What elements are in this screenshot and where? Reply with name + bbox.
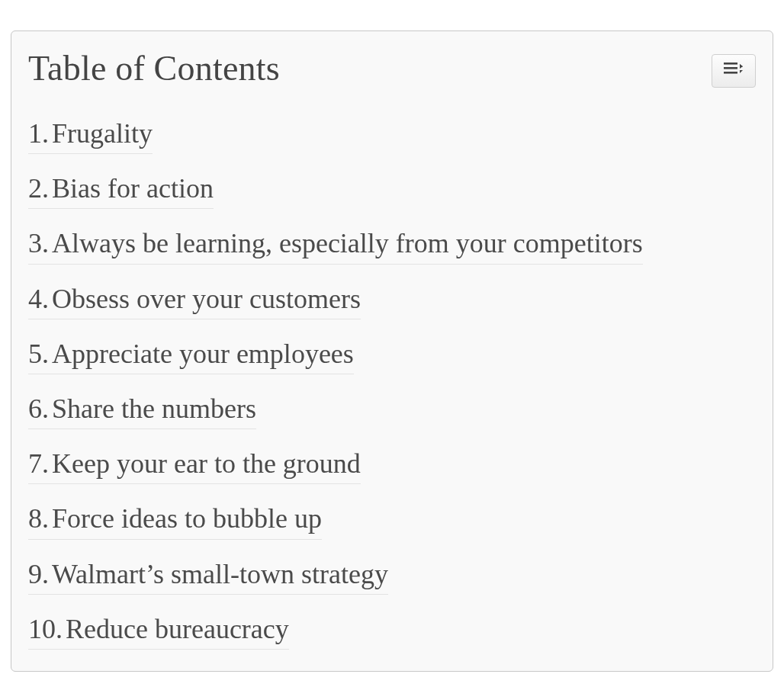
toc-item-label: Obsess over your customers bbox=[52, 284, 361, 314]
toc-item-number: 6. bbox=[28, 393, 49, 424]
toc-item[interactable]: 4.Obsess over your customers bbox=[28, 283, 361, 319]
toc-item-label: Force ideas to bubble up bbox=[52, 503, 322, 534]
toc-list: 1.Frugality 2.Bias for action 3.Always b… bbox=[28, 99, 756, 650]
toc-item-label: Walmart’s small-town strategy bbox=[52, 559, 388, 589]
toc-toggle-button[interactable] bbox=[712, 54, 756, 88]
toc-title: Table of Contents bbox=[28, 48, 280, 88]
svg-rect-0 bbox=[724, 63, 737, 65]
toc-item[interactable]: 7.Keep your ear to the ground bbox=[28, 448, 361, 484]
toc-item-label: Appreciate your employees bbox=[52, 339, 354, 369]
toc-item-label: Bias for action bbox=[52, 173, 214, 204]
toc-item-number: 2. bbox=[28, 173, 49, 204]
toc-item-number: 8. bbox=[28, 503, 49, 534]
toc-item[interactable]: 8.Force ideas to bubble up bbox=[28, 502, 322, 539]
toc-item-number: 3. bbox=[28, 228, 49, 258]
toc-item[interactable]: 9.Walmart’s small-town strategy bbox=[28, 558, 388, 595]
toc-item[interactable]: 10.Reduce bureaucracy bbox=[28, 613, 289, 650]
toc-item[interactable]: 2.Bias for action bbox=[28, 172, 214, 209]
list-toggle-icon bbox=[724, 62, 744, 80]
toc-item-number: 7. bbox=[28, 448, 49, 479]
svg-rect-1 bbox=[724, 67, 737, 69]
toc-item-number: 9. bbox=[28, 559, 49, 589]
toc-item-label: Frugality bbox=[52, 118, 153, 149]
toc-item-label: Reduce bureaucracy bbox=[66, 614, 289, 644]
toc-item-number: 4. bbox=[28, 284, 49, 314]
toc-item-label: Keep your ear to the ground bbox=[52, 448, 361, 479]
toc-header: Table of Contents bbox=[28, 48, 756, 99]
toc-item[interactable]: 6.Share the numbers bbox=[28, 393, 256, 429]
toc-item-label: Share the numbers bbox=[52, 393, 256, 424]
toc-item-label: Always be learning, especially from your… bbox=[52, 228, 643, 258]
table-of-contents: Table of Contents bbox=[11, 30, 773, 672]
toc-item[interactable]: 1.Frugality bbox=[28, 117, 153, 154]
svg-rect-2 bbox=[724, 72, 737, 74]
toc-item-number: 10. bbox=[28, 614, 63, 644]
toc-item-number: 1. bbox=[28, 118, 49, 149]
toc-item[interactable]: 3.Always be learning, especially from yo… bbox=[28, 227, 643, 264]
toc-item-number: 5. bbox=[28, 339, 49, 369]
toc-item[interactable]: 5.Appreciate your employees bbox=[28, 338, 354, 374]
